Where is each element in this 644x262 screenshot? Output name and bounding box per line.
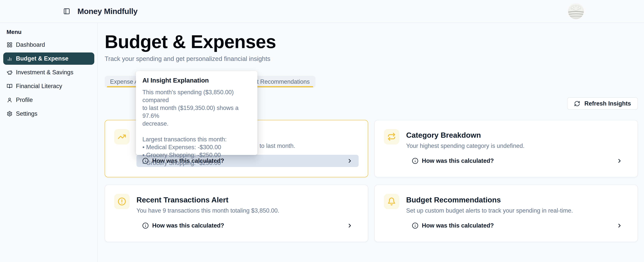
chevron-right-icon [616, 223, 622, 229]
how-calculated-button[interactable]: How was this calculated? [136, 220, 358, 232]
card-icon-box [114, 194, 130, 209]
refresh-icon [574, 101, 580, 107]
sidebar-item-label: Investment & Savings [16, 69, 74, 76]
bar-chart-icon [7, 56, 12, 61]
sidebar-item-settings[interactable]: Settings [3, 108, 94, 120]
piggy-bank-icon [7, 69, 12, 75]
dashboard-grid-icon [7, 42, 12, 48]
card-icon-box [384, 194, 399, 209]
info-icon [412, 158, 418, 164]
card-icon-box [384, 129, 399, 144]
card-budget-recommendations: Budget Recommendations Set up custom bud… [374, 185, 638, 242]
popover-transactions: Largest transactions this month: • Medic… [142, 135, 251, 167]
card-subtitle: Your highest spending category is undefi… [406, 143, 628, 149]
sidebar-item-dashboard[interactable]: Dashboard [3, 39, 94, 51]
info-icon [412, 222, 418, 229]
alert-circle-icon [118, 197, 126, 206]
card-title: Recent Transactions Alert [136, 196, 358, 204]
top-header: Money Mindfully [0, 0, 644, 23]
ai-insight-popover: AI Insight Explanation This month's spen… [136, 71, 258, 155]
bell-icon [387, 197, 396, 206]
refresh-insights-label: Refresh Insights [584, 100, 631, 107]
sidebar-item-label: Budget & Expense [16, 55, 68, 62]
page-title: Budget & Expenses [105, 31, 638, 52]
user-icon [7, 97, 12, 103]
how-calculated-button[interactable]: How was this calculated? [406, 155, 628, 167]
popover-transaction-item: • Grocery Shopping: -$250.00 [142, 151, 251, 159]
sidebar-item-label: Dashboard [16, 41, 45, 48]
trending-up-icon [118, 133, 126, 141]
sidebar-item-label: Settings [16, 110, 38, 117]
sidebar-nav: Dashboard Budget & Expense Investment & … [3, 39, 94, 120]
how-calculated-label: How was this calculated? [152, 222, 224, 229]
sidebar-item-budget-expense[interactable]: Budget & Expense [3, 52, 94, 65]
chevron-right-icon [347, 223, 353, 229]
how-calculated-label: How was this calculated? [422, 157, 494, 164]
popover-paragraph: This month's spending ($3,850.00) compar… [142, 88, 251, 128]
avatar[interactable] [568, 3, 584, 19]
sidebar-item-investment-savings[interactable]: Investment & Savings [3, 66, 94, 78]
sidebar-toggle-button[interactable] [62, 7, 71, 15]
page-subtitle: Track your spending and get personalized… [105, 55, 638, 62]
sidebar-item-label: Profile [16, 96, 33, 103]
sidebar-item-financial-literacy[interactable]: Financial Literacy [3, 80, 94, 92]
card-title: Budget Recommendations [406, 196, 628, 204]
popover-title: AI Insight Explanation [142, 77, 251, 84]
avatar-image [568, 3, 584, 19]
popover-transaction-item: • Medical Expenses: -$300.00 [142, 143, 251, 151]
card-title: Category Breakdown [406, 131, 628, 139]
card-recent-transactions-alert: Recent Transactions Alert You have 9 tra… [105, 185, 368, 242]
sidebar-menu-label: Menu [6, 29, 97, 35]
open-book-icon [7, 83, 12, 89]
chevron-right-icon [616, 158, 622, 164]
app-title: Money Mindfully [78, 7, 138, 16]
app-window: Money Mindfully [0, 0, 644, 262]
card-subtitle: You have 9 transactions this month total… [136, 207, 358, 214]
repeat-icon [387, 133, 396, 141]
how-calculated-label: How was this calculated? [422, 222, 494, 229]
gear-icon [7, 111, 12, 117]
chevron-right-icon [347, 158, 353, 164]
panel-left-icon [63, 8, 70, 15]
sidebar-item-label: Financial Literacy [16, 83, 62, 90]
popover-transactions-heading: Largest transactions this month: [142, 135, 251, 143]
popover-transaction-item: • Grocery Shopping: -$250.00 [142, 159, 251, 167]
refresh-insights-button[interactable]: Refresh Insights [567, 97, 638, 110]
how-calculated-button[interactable]: How was this calculated? [406, 220, 628, 232]
card-icon-box [114, 129, 130, 144]
card-category-breakdown: Category Breakdown Your highest spending… [374, 120, 638, 177]
sidebar: Menu Dashboard Budget & Expense [0, 23, 98, 262]
info-icon [142, 222, 149, 229]
sidebar-item-profile[interactable]: Profile [3, 94, 94, 106]
card-subtitle: Set up custom budget alerts to track you… [406, 207, 628, 214]
